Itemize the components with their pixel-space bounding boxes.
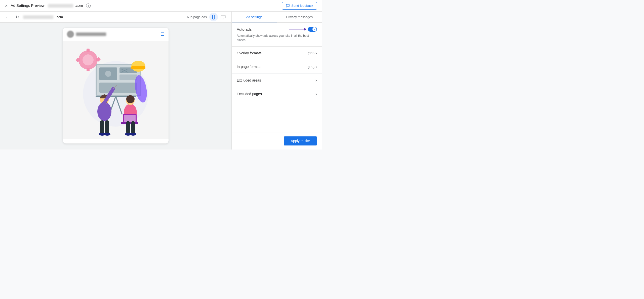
overlay-formats-chevron: › xyxy=(315,51,317,56)
refresh-button[interactable]: ↻ xyxy=(14,14,21,21)
hamburger-icon: ☰ xyxy=(160,31,165,37)
site-logo-text xyxy=(76,32,106,36)
inpage-formats-count: (1/2) xyxy=(308,65,314,69)
auto-ads-toggle[interactable]: ✓ xyxy=(308,27,317,32)
domain-blurred xyxy=(48,4,73,8)
tab-ad-settings-label: Ad settings xyxy=(246,15,262,19)
toggle-check-icon: ✓ xyxy=(313,28,315,31)
panel-footer: Apply to site xyxy=(232,132,322,150)
auto-ads-label: Auto ads xyxy=(237,27,252,31)
tab-ad-settings[interactable]: Ad settings xyxy=(232,12,277,22)
back-button[interactable]: ← xyxy=(4,14,11,21)
inpage-formats-right: (1/2) › xyxy=(308,64,317,69)
site-image-area xyxy=(63,41,169,139)
title-text: Ad Settings Preview | xyxy=(11,3,47,8)
desktop-icon xyxy=(221,15,226,20)
top-bar: × Ad Settings Preview | .com i Send feed… xyxy=(0,0,322,12)
svg-rect-23 xyxy=(87,49,90,52)
excluded-areas-chevron: › xyxy=(315,78,317,83)
mobile-device-button[interactable] xyxy=(209,13,218,21)
auto-ads-description: Automatically show ads across your site … xyxy=(237,34,317,42)
svg-rect-14 xyxy=(99,83,137,93)
svg-point-1 xyxy=(213,18,214,18)
domain-suffix: .com xyxy=(75,3,83,8)
feedback-icon xyxy=(286,4,290,8)
svg-rect-30 xyxy=(131,66,145,69)
main-content: ← ↻ .com 6 in-page ads xyxy=(0,12,322,150)
auto-ads-section: Auto ads ✓ xyxy=(232,23,322,47)
refresh-icon: ↻ xyxy=(16,15,19,19)
preview-area: ← ↻ .com 6 in-page ads xyxy=(0,12,231,150)
url-text: .com xyxy=(56,15,63,19)
info-icon[interactable]: i xyxy=(86,4,91,8)
arrow-line xyxy=(289,29,304,29)
overlay-formats-right: (3/3) › xyxy=(308,51,317,56)
illustration xyxy=(63,41,169,139)
inpage-formats-chevron: › xyxy=(315,64,317,69)
ads-count: 6 in-page ads xyxy=(187,15,207,19)
top-bar-left: × Ad Settings Preview | .com i xyxy=(5,3,91,8)
close-button[interactable]: × xyxy=(5,4,8,8)
excluded-areas-item[interactable]: Excluded areas › xyxy=(232,74,322,87)
svg-rect-24 xyxy=(87,68,90,71)
toggle-knob: ✓ xyxy=(312,27,316,31)
desktop-device-button[interactable] xyxy=(219,13,227,21)
svg-rect-11 xyxy=(119,74,137,80)
tab-privacy-messages-label: Privacy messages xyxy=(286,15,313,19)
device-icons xyxy=(209,13,227,21)
site-header: ☰ xyxy=(63,28,169,41)
browser-bar: ← ↻ .com 6 in-page ads xyxy=(0,12,231,23)
site-logo-icon xyxy=(67,31,74,38)
website-preview: ☰ xyxy=(0,23,231,150)
site-frame: ☰ xyxy=(63,28,169,143)
send-feedback-label: Send feedback xyxy=(291,4,313,8)
overlay-formats-label: Overlay formats xyxy=(237,51,262,55)
svg-point-49 xyxy=(130,133,136,136)
svg-rect-37 xyxy=(105,120,109,134)
svg-point-9 xyxy=(105,71,111,77)
svg-rect-46 xyxy=(126,121,130,134)
site-logo-area xyxy=(67,31,106,38)
page-title: Ad Settings Preview | .com i xyxy=(11,3,91,8)
back-icon: ← xyxy=(6,15,10,19)
svg-rect-2 xyxy=(221,15,225,18)
right-panel: Ad settings Privacy messages Auto ads xyxy=(231,12,322,150)
overlay-formats-count: (3/3) xyxy=(308,51,314,55)
svg-rect-0 xyxy=(213,15,215,19)
panel-tabs: Ad settings Privacy messages xyxy=(232,12,322,23)
arrow-indicator xyxy=(289,28,306,30)
svg-point-39 xyxy=(104,133,110,136)
auto-ads-row: Auto ads ✓ xyxy=(237,27,317,32)
url-blurred xyxy=(23,15,53,19)
send-feedback-button[interactable]: Send feedback xyxy=(282,2,317,10)
inpage-formats-item[interactable]: In-page formats (1/2) › xyxy=(232,60,322,74)
svg-rect-44 xyxy=(124,115,136,122)
toggle-slider: ✓ xyxy=(308,27,317,32)
overlay-formats-item[interactable]: Overlay formats (3/3) › xyxy=(232,47,322,60)
excluded-pages-chevron: › xyxy=(315,91,317,97)
excluded-pages-item[interactable]: Excluded pages › xyxy=(232,87,322,101)
apply-to-site-button[interactable]: Apply to site xyxy=(284,136,317,145)
arrow-head xyxy=(304,28,306,30)
svg-point-22 xyxy=(83,54,94,65)
tab-privacy-messages[interactable]: Privacy messages xyxy=(277,12,322,22)
svg-rect-36 xyxy=(100,120,104,134)
excluded-areas-label: Excluded areas xyxy=(237,78,261,82)
inpage-formats-label: In-page formats xyxy=(237,65,261,69)
mobile-icon xyxy=(211,15,216,20)
excluded-pages-label: Excluded pages xyxy=(237,92,262,96)
panel-content: Auto ads ✓ xyxy=(232,23,322,132)
svg-rect-47 xyxy=(131,121,135,134)
